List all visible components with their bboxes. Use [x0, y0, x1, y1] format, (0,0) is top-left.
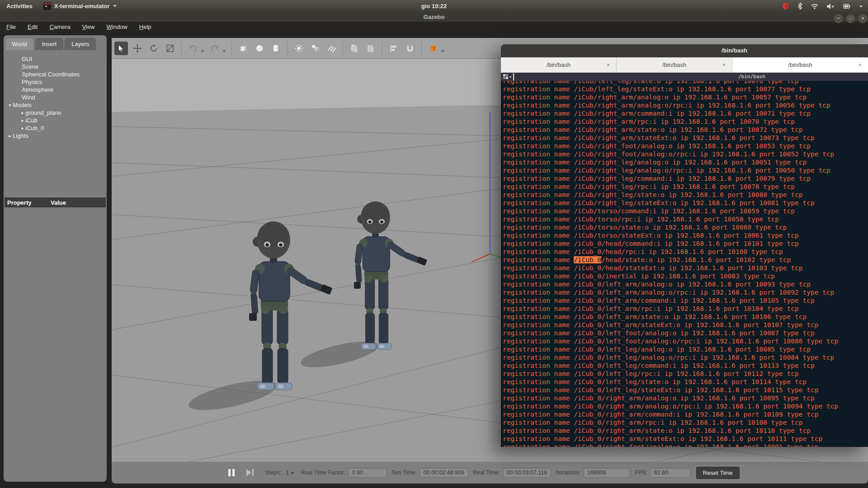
terminal-line: registration name /iCub/right_leg/rpc:i …: [503, 183, 868, 191]
real-time-field[interactable]: 00 00:03:07.116: [503, 468, 551, 478]
terminal-output[interactable]: registration name /iCub/left_leg/state:o…: [501, 81, 868, 447]
tree-item-scene[interactable]: Scene: [4, 63, 107, 70]
reset-time-button[interactable]: Reset Time: [696, 467, 740, 479]
terminal-line: registration name /iCub_0/right_arm/rpc:…: [503, 418, 868, 427]
value-column-label: Value: [51, 199, 66, 206]
wifi-icon[interactable]: [811, 3, 819, 9]
tree-item-label: GUI: [22, 55, 32, 63]
terminal-pane-header[interactable]: /bin/bash: [501, 73, 868, 81]
tree-item-gui[interactable]: GUI: [4, 55, 107, 63]
tree-item-ground-plane[interactable]: ▸ground_plane: [4, 109, 107, 117]
bluetooth-icon[interactable]: [797, 2, 803, 10]
tab-insert[interactable]: Insert: [35, 38, 64, 50]
steps-label: Steps:: [265, 469, 281, 476]
collapsed-arrow-icon[interactable]: ▸: [20, 124, 25, 132]
activities-button[interactable]: Activities: [0, 3, 39, 9]
volume-muted-icon[interactable]: [826, 3, 835, 10]
tree-item-wind[interactable]: Wind: [4, 94, 107, 101]
collapsed-arrow-icon[interactable]: ▸: [20, 109, 25, 117]
gazebo-left-panel: WorldInsertLayers GUISceneSpherical Coor…: [4, 35, 107, 482]
terminal-line: registration name /iCub/left_leg/stateEx…: [503, 85, 868, 93]
maximize-button[interactable]: □: [846, 14, 855, 23]
tree-item-icub[interactable]: ▸iCub: [4, 117, 107, 124]
close-tab-icon[interactable]: ×: [722, 62, 726, 68]
menu-view[interactable]: View: [82, 23, 95, 30]
redo-tool-button[interactable]: [208, 42, 222, 55]
iterations-field[interactable]: 168906: [583, 468, 630, 478]
tree-item-physics[interactable]: Physics: [4, 78, 107, 86]
undo-caret-icon[interactable]: [201, 50, 204, 52]
system-tray[interactable]: [782, 0, 863, 12]
rtf-field[interactable]: 0.80: [348, 468, 387, 478]
collapsed-arrow-icon[interactable]: ▸: [20, 117, 25, 124]
paste-tool-button[interactable]: [364, 42, 377, 55]
battery-icon[interactable]: [843, 3, 851, 10]
menu-window[interactable]: Window: [107, 23, 127, 30]
iterations-label: Iterations:: [556, 469, 580, 476]
minimize-button[interactable]: −: [834, 14, 843, 23]
terminal-line: registration name /iCub/torso/stateExt:o…: [503, 231, 868, 239]
terminal-tab-3[interactable]: /bin/bash×: [732, 57, 868, 72]
clock[interactable]: gio 10:22: [0, 3, 868, 9]
sphere-tool-button[interactable]: [253, 42, 266, 55]
tree-item-icub-0[interactable]: ▸iCub_0: [4, 124, 107, 132]
snap-tool-button[interactable]: [403, 42, 417, 55]
steps-value[interactable]: 1: [286, 469, 289, 476]
scale-tool-button[interactable]: [163, 42, 177, 55]
terminal-line: registration name /iCub/torso/state:o ip…: [503, 223, 868, 231]
property-column-label: Property: [5, 199, 51, 206]
terminal-line: registration name /iCub_0/inertial ip 19…: [503, 272, 868, 280]
menu-camera[interactable]: Camera: [49, 23, 70, 30]
close-button[interactable]: ×: [859, 14, 867, 23]
step-button[interactable]: [246, 469, 254, 476]
translate-tool-button[interactable]: [131, 42, 144, 55]
pause-button[interactable]: [228, 469, 235, 476]
menu-file[interactable]: File: [6, 23, 16, 30]
steps-caret-icon[interactable]: [291, 472, 294, 474]
window-controls[interactable]: −□×: [834, 14, 867, 23]
align-tool-button[interactable]: [387, 42, 401, 55]
terminal-tab-2[interactable]: /bin/bash×: [617, 57, 732, 72]
point-light-tool-button[interactable]: [292, 42, 306, 55]
undo-tool-button[interactable]: [186, 42, 200, 55]
view-angle-tool-button[interactable]: [426, 42, 440, 55]
chevron-down-icon[interactable]: [859, 3, 863, 10]
tree-item-spherical-coordinates[interactable]: Spherical Coordinates: [4, 70, 107, 78]
copy-tool-button[interactable]: [348, 42, 361, 55]
sim-time-field[interactable]: 00 00:02:48.906: [420, 468, 468, 478]
directional-light-tool-button[interactable]: [325, 42, 338, 55]
tab-world[interactable]: World: [5, 38, 34, 50]
toolbar-separator: [343, 42, 343, 55]
terminal-tab-label: /bin/bash: [788, 61, 812, 68]
close-tab-icon[interactable]: ×: [607, 62, 610, 68]
select-tool-button[interactable]: [114, 42, 128, 55]
terminal-titlebar[interactable]: /bin/bash: [501, 44, 868, 57]
terminal-line: registration name /iCub_0/right_arm/comm…: [503, 410, 868, 418]
spot-light-tool-button[interactable]: [308, 42, 322, 55]
cylinder-tool-button[interactable]: [269, 42, 283, 55]
tree-item-atmosphere[interactable]: Atmosphere: [4, 86, 107, 94]
fps-field[interactable]: 62.60: [650, 468, 691, 478]
tab-layers[interactable]: Layers: [65, 38, 96, 50]
app-menu-button[interactable]: X-terminal-emulator: [39, 2, 121, 10]
expanded-arrow-icon[interactable]: ▾: [7, 101, 13, 109]
view-angle-caret-icon[interactable]: [441, 50, 444, 52]
tree-item-lights[interactable]: ▸Lights: [4, 132, 107, 140]
terminal-line: registration name /iCub_0/right_arm/stat…: [503, 435, 868, 443]
rotate-tool-button[interactable]: [147, 42, 160, 55]
security-alert-icon[interactable]: [782, 2, 789, 10]
pane-cursor: [513, 73, 514, 80]
tree-item-models[interactable]: ▾Models: [4, 101, 107, 109]
pane-caret-icon[interactable]: [509, 76, 512, 78]
pane-grid-icon[interactable]: [503, 74, 508, 79]
terminal-tab-1[interactable]: /bin/bash×: [501, 57, 617, 72]
tree-item-label: Lights: [13, 132, 28, 140]
menu-help[interactable]: Help: [139, 23, 151, 30]
redo-caret-icon[interactable]: [222, 50, 226, 52]
terminal-tab-label: /bin/bash: [547, 61, 571, 68]
close-tab-icon[interactable]: ×: [859, 62, 862, 68]
terminal-line: registration name /iCub_0/head/rpc:i ip …: [503, 248, 868, 256]
collapsed-arrow-icon[interactable]: ▸: [7, 132, 13, 140]
box-tool-button[interactable]: [236, 42, 250, 55]
menu-edit[interactable]: Edit: [28, 23, 38, 30]
